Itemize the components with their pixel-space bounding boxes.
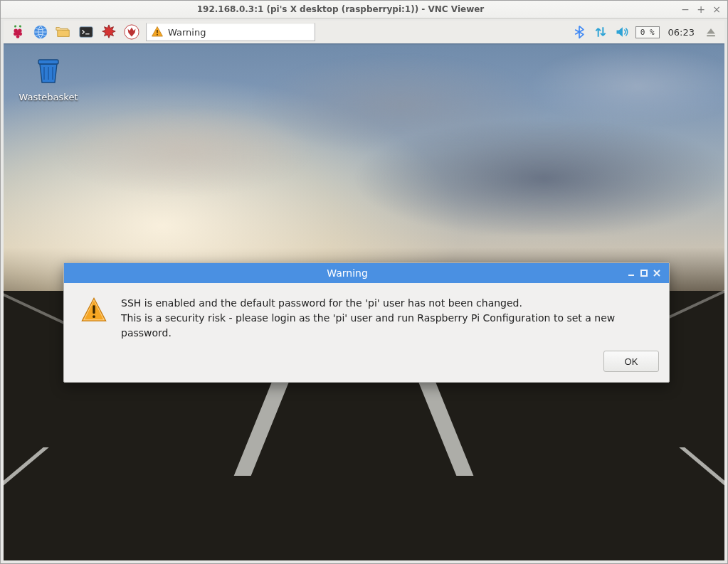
vnc-viewer-window: 192.168.0.3:1 (pi's X desktop (raspberry… [0, 0, 728, 564]
taskbar-entry-label: Warning [168, 27, 206, 38]
trash-icon [31, 53, 65, 87]
spiky-star-icon [101, 24, 117, 40]
desktop-icon-wastebasket[interactable]: Wastebasket [16, 53, 80, 102]
remote-desktop: Warning 0 % 06 [4, 21, 724, 560]
dialog-message-line1: SSH is enabled and the default password … [121, 296, 653, 311]
dialog-title: Warning [70, 267, 625, 279]
volume-tray[interactable] [614, 24, 630, 40]
dialog-minimize-button[interactable] [625, 267, 638, 280]
svg-rect-14 [93, 305, 95, 314]
vnc-close-button[interactable]: × [710, 4, 723, 15]
svg-point-4 [19, 32, 22, 36]
svg-rect-7 [80, 27, 93, 38]
eject-tray[interactable] [703, 24, 719, 40]
vnc-window-title: 192.168.0.3:1 (pi's X desktop (raspberry… [5, 4, 676, 14]
bluetooth-tray[interactable] [571, 24, 587, 40]
dialog-titlebar[interactable]: Warning [64, 263, 669, 283]
cpu-usage-indicator[interactable]: 0 % [635, 26, 660, 38]
svg-point-5 [16, 35, 20, 38]
svg-point-3 [14, 32, 17, 36]
dialog-maximize-button[interactable] [638, 267, 650, 280]
warning-icon [80, 296, 108, 341]
svg-point-15 [93, 315, 95, 318]
folder-icon [56, 24, 71, 40]
network-updown-icon [594, 25, 608, 39]
claws-mail-launcher[interactable] [123, 23, 140, 41]
taskbar-panel: Warning 0 % 06 [4, 21, 724, 43]
dialog-message: SSH is enabled and the default password … [121, 296, 653, 341]
file-manager-launcher[interactable] [55, 23, 72, 41]
warning-dialog: Warning [63, 262, 670, 383]
taskbar-entry-warning[interactable]: Warning [146, 23, 315, 41]
dialog-message-line2: This is a security risk - please login a… [121, 311, 653, 341]
vnc-maximize-button[interactable]: + [695, 4, 707, 15]
svg-rect-11 [707, 35, 715, 36]
vnc-titlebar: 192.168.0.3:1 (pi's X desktop (raspberry… [1, 1, 727, 18]
web-browser-launcher[interactable] [32, 23, 49, 41]
speaker-icon [615, 25, 629, 39]
svg-rect-13 [641, 270, 647, 276]
desktop-icon-label: Wastebasket [16, 92, 80, 102]
raspberry-menu-button[interactable] [9, 23, 26, 41]
ok-button[interactable]: OK [603, 351, 659, 372]
svg-rect-9 [157, 30, 158, 33]
clock[interactable]: 06:23 [665, 27, 697, 38]
eject-icon [704, 25, 718, 39]
svg-rect-12 [38, 60, 58, 64]
warning-icon [151, 26, 164, 38]
wolfram-launcher[interactable] [100, 23, 117, 41]
wolf-icon [124, 24, 139, 40]
dialog-close-button[interactable] [650, 267, 663, 280]
terminal-launcher[interactable] [78, 23, 95, 41]
network-tray[interactable] [593, 24, 608, 40]
vnc-minimize-button[interactable]: − [679, 4, 692, 15]
terminal-icon [78, 24, 94, 40]
svg-rect-10 [157, 34, 158, 36]
dialog-body: SSH is enabled and the default password … [64, 283, 669, 351]
bluetooth-icon [572, 25, 586, 39]
globe-icon [33, 24, 48, 40]
dialog-button-row: OK [64, 351, 669, 382]
raspberry-icon [10, 24, 26, 40]
